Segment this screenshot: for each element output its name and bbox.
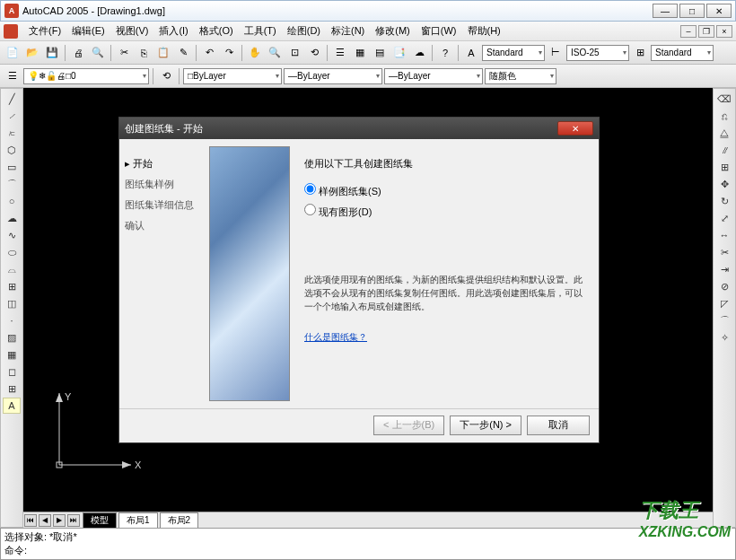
layer-prev-icon[interactable]: ⟲ (157, 67, 175, 85)
insert-icon[interactable]: ⊞ (3, 278, 21, 294)
menu-window[interactable]: 窗口(W) (416, 22, 462, 39)
xline-icon[interactable]: ⟋ (3, 108, 21, 124)
markup-icon[interactable]: ☁ (410, 44, 428, 62)
ellipsearc-icon[interactable]: ⌓ (3, 261, 21, 277)
menu-insert[interactable]: 插入(I) (153, 22, 193, 39)
zoom-window-icon[interactable]: ⊡ (285, 44, 303, 62)
tab-first-icon[interactable]: ⏮ (24, 514, 37, 527)
scale-icon[interactable]: ⤢ (715, 210, 733, 226)
minimize-button[interactable]: — (653, 4, 678, 18)
close-button[interactable]: ✕ (706, 4, 732, 18)
table-icon[interactable]: ⊞ (3, 381, 21, 397)
block-icon[interactable]: ◫ (3, 295, 21, 311)
nav-begin[interactable]: 开始 (123, 153, 206, 174)
save-icon[interactable]: 💾 (43, 44, 61, 62)
new-icon[interactable]: 📄 (4, 44, 22, 62)
maximize-button[interactable]: □ (679, 4, 705, 18)
polygon-icon[interactable]: ⬡ (3, 142, 21, 158)
open-icon[interactable]: 📂 (23, 44, 41, 62)
menu-dimension[interactable]: 标注(N) (326, 22, 370, 39)
line-icon[interactable]: ╱ (3, 91, 21, 107)
menu-tools[interactable]: 工具(T) (239, 22, 282, 39)
break-icon[interactable]: ⊘ (715, 278, 733, 294)
properties-icon[interactable]: ☰ (331, 44, 349, 62)
plotstyle-combo[interactable]: 随颜色 (485, 68, 556, 84)
fillet-icon[interactable]: ⌒ (715, 312, 733, 328)
cancel-button[interactable]: 取消 (527, 416, 590, 435)
tab-last-icon[interactable]: ⏭ (67, 514, 80, 527)
rectangle-icon[interactable]: ▭ (3, 159, 21, 175)
option-existing[interactable]: 现有图形(D) (304, 204, 584, 219)
layer-combo[interactable]: 💡❄🔓🖨□ 0 (23, 68, 149, 84)
linetype-combo[interactable]: — ByLayer (284, 68, 382, 84)
mdi-icon[interactable] (4, 24, 18, 39)
toolpal-icon[interactable]: ▤ (371, 44, 389, 62)
circle-icon[interactable]: ○ (3, 193, 21, 209)
erase-icon[interactable]: ⌫ (715, 91, 733, 107)
print-icon[interactable]: 🖨 (69, 44, 87, 62)
menu-file[interactable]: 文件(F) (23, 22, 66, 39)
trim-icon[interactable]: ✂ (715, 244, 733, 260)
radio-example[interactable] (304, 183, 316, 195)
text-style-combo[interactable]: Standard (482, 45, 545, 61)
option-example[interactable]: 样例图纸集(S) (304, 183, 584, 198)
table-style-combo[interactable]: Standard (651, 45, 714, 61)
revcloud-icon[interactable]: ☁ (3, 210, 21, 226)
tab-layout1[interactable]: 布局1 (118, 512, 158, 528)
nav-example[interactable]: 图纸集样例 (123, 174, 206, 195)
help-link[interactable]: 什么是图纸集？ (304, 331, 584, 344)
explode-icon[interactable]: ✧ (715, 329, 733, 346)
arc-icon[interactable]: ⌒ (3, 176, 21, 192)
point-icon[interactable]: · (3, 312, 21, 328)
copy-obj-icon[interactable]: ⎌ (715, 108, 733, 124)
dialog-close-button[interactable]: ✕ (557, 121, 593, 136)
menu-modify[interactable]: 修改(M) (370, 22, 416, 39)
menu-view[interactable]: 视图(V) (110, 22, 154, 39)
command-line[interactable]: 选择对象: *取消* 命令: (0, 528, 736, 560)
offset-icon[interactable]: ⫽ (715, 142, 733, 158)
mdi-close[interactable]: × (716, 25, 732, 38)
dialog-titlebar[interactable]: 创建图纸集 - 开始 ✕ (119, 118, 599, 139)
pline-icon[interactable]: ⟈ (3, 125, 21, 141)
move-icon[interactable]: ✥ (715, 176, 733, 192)
tablestyle-icon[interactable]: ⊞ (631, 44, 649, 62)
mdi-restore[interactable]: ❐ (698, 25, 714, 38)
region-icon[interactable]: ◻ (3, 363, 21, 380)
menu-help[interactable]: 帮助(H) (462, 22, 506, 39)
menu-draw[interactable]: 绘图(D) (282, 22, 326, 39)
color-combo[interactable]: □ ByLayer (183, 68, 282, 84)
sheetset-icon[interactable]: 📑 (390, 44, 408, 62)
hatch-icon[interactable]: ▨ (3, 329, 21, 346)
nav-details[interactable]: 图纸集详细信息 (123, 195, 206, 215)
preview-icon[interactable]: 🔍 (89, 44, 107, 62)
redo-icon[interactable]: ↷ (220, 44, 238, 62)
tab-next-icon[interactable]: ▶ (53, 514, 66, 527)
tab-model[interactable]: 模型 (83, 512, 117, 528)
rotate-icon[interactable]: ↻ (715, 193, 733, 209)
textstyle-icon[interactable]: A (462, 44, 480, 62)
dim-style-combo[interactable]: ISO-25 (566, 45, 629, 61)
tab-prev-icon[interactable]: ◀ (39, 514, 51, 527)
dcenter-icon[interactable]: ▦ (351, 44, 369, 62)
zoom-prev-icon[interactable]: ⟲ (305, 44, 323, 62)
paste-icon[interactable]: 📋 (154, 44, 172, 62)
menu-format[interactable]: 格式(O) (194, 22, 239, 39)
match-icon[interactable]: ✎ (174, 44, 192, 62)
undo-icon[interactable]: ↶ (200, 44, 218, 62)
gradient-icon[interactable]: ▦ (3, 346, 21, 363)
array-icon[interactable]: ⊞ (715, 159, 733, 175)
spline-icon[interactable]: ∿ (3, 227, 21, 243)
mtext-icon[interactable]: A (3, 398, 21, 414)
extend-icon[interactable]: ⇥ (715, 261, 733, 277)
pan-icon[interactable]: ✋ (246, 44, 264, 62)
mdi-minimize[interactable]: – (680, 25, 697, 38)
next-button[interactable]: 下一步(N) > (450, 416, 521, 435)
chamfer-icon[interactable]: ◸ (715, 295, 733, 311)
tab-layout2[interactable]: 布局2 (160, 512, 199, 528)
ellipse-icon[interactable]: ⬭ (3, 244, 21, 260)
zoom-icon[interactable]: 🔍 (266, 44, 284, 62)
layer-manager-icon[interactable]: ☰ (4, 67, 22, 85)
lineweight-combo[interactable]: — ByLayer (384, 68, 483, 84)
radio-existing[interactable] (304, 204, 316, 215)
stretch-icon[interactable]: ↔ (715, 227, 733, 243)
